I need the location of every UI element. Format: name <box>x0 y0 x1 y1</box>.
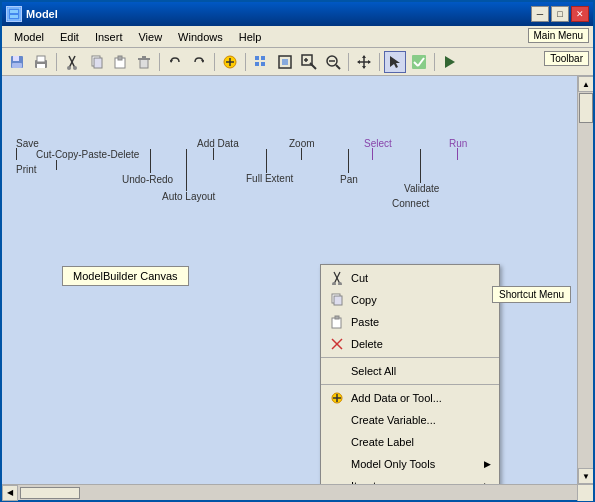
window-icon <box>6 6 22 22</box>
toolbar-separator-3 <box>214 53 215 71</box>
svg-rect-18 <box>138 58 150 60</box>
context-menu-iterators[interactable]: Iterators ▶ <box>321 475 499 484</box>
menu-help[interactable]: Help <box>231 29 270 45</box>
context-menu-sep-1 <box>321 357 499 358</box>
menu-windows[interactable]: Windows <box>170 29 231 45</box>
toolbar-validate[interactable] <box>408 51 430 73</box>
toolbar-delete[interactable] <box>133 51 155 73</box>
paste-icon <box>329 314 345 330</box>
toolbar-select[interactable] <box>384 51 406 73</box>
cut-label: Cut <box>351 272 368 284</box>
annotation-full-extent: Full Extent <box>246 173 293 184</box>
menu-view[interactable]: View <box>130 29 170 45</box>
annotation-cut-copy-paste: Cut-Copy-Paste-Delete <box>36 149 139 160</box>
canvas-area[interactable]: Save Cut-Copy-Paste-Delete Print Undo-Re… <box>2 76 577 484</box>
toolbar-separator-5 <box>348 53 349 71</box>
toolbar-redo[interactable] <box>188 51 210 73</box>
svg-rect-14 <box>94 58 102 68</box>
line-validate <box>420 149 421 183</box>
create-label-label: Create Label <box>351 436 414 448</box>
delete-icon <box>329 336 345 352</box>
svg-rect-52 <box>334 296 342 305</box>
close-button[interactable]: ✕ <box>571 6 589 22</box>
line-full <box>266 149 267 173</box>
svg-rect-30 <box>282 59 288 65</box>
context-menu-delete[interactable]: Delete <box>321 333 499 355</box>
model-only-tools-arrow: ▶ <box>484 459 491 469</box>
svg-rect-28 <box>261 62 265 66</box>
svg-rect-1 <box>10 10 18 13</box>
annotation-add-data: Add Data <box>197 138 239 149</box>
shortcut-menu-callout: Shortcut Menu <box>492 286 571 303</box>
context-menu-create-variable[interactable]: Create Variable... <box>321 409 499 431</box>
menu-insert[interactable]: Insert <box>87 29 131 45</box>
toolbar-zoom[interactable] <box>322 51 344 73</box>
toolbar: Toolbar <box>2 48 593 76</box>
toolbar-pan[interactable] <box>353 51 375 73</box>
annotation-validate: Validate <box>404 183 439 194</box>
svg-line-36 <box>336 65 340 69</box>
scroll-thumb-vertical[interactable] <box>579 93 593 123</box>
menu-edit[interactable]: Edit <box>52 29 87 45</box>
window-title: Model <box>26 8 58 20</box>
context-menu-copy[interactable]: Copy <box>321 289 499 311</box>
scrollbar-corner <box>577 485 593 501</box>
context-menu-paste[interactable]: Paste <box>321 311 499 333</box>
toolbar-add-data[interactable] <box>219 51 241 73</box>
menubar: Model Edit Insert View Windows Help Main… <box>2 26 593 48</box>
context-menu-cut[interactable]: Cut <box>321 267 499 289</box>
svg-marker-40 <box>357 60 360 64</box>
toolbar-copy[interactable] <box>85 51 107 73</box>
line-undo <box>150 149 151 173</box>
context-menu-select-all[interactable]: Select All <box>321 360 499 382</box>
maximize-button[interactable]: □ <box>551 6 569 22</box>
scroll-track-vertical[interactable] <box>578 92 593 468</box>
line-cut-copy <box>56 160 57 170</box>
canvas-label: ModelBuilder Canvas <box>62 266 189 286</box>
annotation-select: Select <box>364 138 392 149</box>
line-zoom <box>301 148 302 160</box>
toolbar-undo[interactable] <box>164 51 186 73</box>
toolbar-cut[interactable] <box>61 51 83 73</box>
toolbar-grid[interactable] <box>250 51 272 73</box>
toolbar-zoom-in[interactable] <box>298 51 320 73</box>
copy-icon <box>329 292 345 308</box>
svg-rect-54 <box>335 316 339 319</box>
toolbar-separator-1 <box>56 53 57 71</box>
line-auto <box>186 149 187 191</box>
toolbar-full-extent[interactable] <box>274 51 296 73</box>
iterators-label: Iterators <box>351 480 391 484</box>
svg-rect-2 <box>10 15 18 18</box>
toolbar-run[interactable] <box>439 51 461 73</box>
iterators-icon <box>329 478 345 484</box>
toolbar-save[interactable] <box>6 51 28 73</box>
toolbar-print[interactable] <box>30 51 52 73</box>
line-add <box>213 148 214 160</box>
minimize-button[interactable]: ─ <box>531 6 549 22</box>
toolbar-callout: Toolbar <box>544 51 589 66</box>
svg-marker-38 <box>362 55 366 58</box>
svg-rect-5 <box>12 63 22 68</box>
line-select <box>372 148 373 160</box>
scroll-down-button[interactable]: ▼ <box>578 468 593 484</box>
context-menu-add-data[interactable]: Add Data or Tool... <box>321 387 499 409</box>
scroll-up-button[interactable]: ▲ <box>578 76 593 92</box>
annotation-auto-layout: Auto Layout <box>162 191 215 202</box>
context-menu-sep-2 <box>321 384 499 385</box>
iterators-arrow: ▶ <box>484 481 491 484</box>
annotation-run: Run <box>449 138 467 149</box>
add-data-label: Add Data or Tool... <box>351 392 442 404</box>
toolbar-separator-7 <box>434 53 435 71</box>
toolbar-paste[interactable] <box>109 51 131 73</box>
menu-model[interactable]: Model <box>6 29 52 45</box>
context-menu-model-only-tools[interactable]: Model Only Tools ▶ <box>321 453 499 475</box>
svg-rect-17 <box>140 59 148 68</box>
model-only-tools-icon <box>329 456 345 472</box>
scroll-left-button[interactable]: ◀ <box>2 485 18 501</box>
svg-marker-42 <box>390 56 400 68</box>
svg-rect-27 <box>255 62 259 66</box>
svg-marker-41 <box>368 60 371 64</box>
context-menu-create-label[interactable]: Create Label <box>321 431 499 453</box>
svg-rect-25 <box>255 56 259 60</box>
scroll-thumb-horizontal[interactable] <box>20 487 80 499</box>
